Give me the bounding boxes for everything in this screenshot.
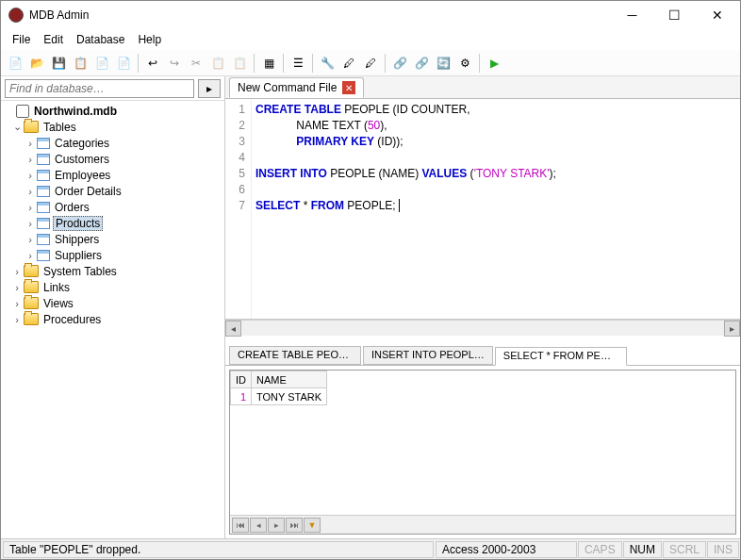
record-nav: ⏮ ◂ ▸ ⏭ ▼: [230, 515, 735, 534]
scroll-left-icon[interactable]: ◂: [225, 321, 241, 337]
tree-db: Northwind.mdb: [1, 103, 224, 119]
results: IDNAME1TONY STARK ⏮ ◂ ▸ ⏭ ▼: [229, 370, 736, 535]
table-icon: [37, 218, 50, 229]
result-tab-2[interactable]: SELECT * FROM PEO…: [495, 347, 627, 366]
menu-edit[interactable]: Edit: [38, 31, 69, 48]
chevron-down-icon[interactable]: ⌄: [10, 121, 24, 133]
link-icon[interactable]: 🔗: [389, 53, 410, 74]
nav-first-icon[interactable]: ⏮: [232, 518, 249, 533]
paste-icon[interactable]: 📋: [229, 53, 250, 74]
tab-close-icon[interactable]: ✕: [342, 81, 355, 94]
nav-filter-icon[interactable]: ▼: [304, 518, 321, 533]
table-icon: [37, 154, 50, 165]
chevron-right-icon[interactable]: ›: [10, 298, 24, 309]
folder-icon: [24, 121, 39, 133]
content: New Command File ✕ 1234567 CREATE TABLE …: [225, 76, 740, 538]
scroll-right-icon[interactable]: ▸: [724, 321, 740, 337]
status-db: Access 2000-2003: [436, 541, 577, 558]
redo-icon[interactable]: ↪: [164, 53, 185, 74]
table-icon: [37, 202, 50, 213]
tool1-icon[interactable]: 🔧: [317, 53, 338, 74]
copy2-icon[interactable]: 📋: [207, 53, 228, 74]
close-button[interactable]: ✕: [696, 2, 738, 28]
chevron-right-icon[interactable]: ›: [24, 250, 37, 261]
chevron-right-icon[interactable]: ›: [24, 218, 37, 229]
col-header[interactable]: NAME: [252, 371, 327, 388]
toolbar: 📄 📂 💾 📋 📄 📄 ↩ ↪ ✂ 📋 📋 ▦ ☰ 🔧 🖊 🖊 🔗 🔗 🔄 ⚙ …: [1, 50, 740, 76]
result-tab-1[interactable]: INSERT INTO PEOPL…: [363, 346, 493, 365]
doc-add-icon[interactable]: 📄: [91, 53, 112, 74]
sql-editor[interactable]: 1234567 CREATE TABLE PEOPLE (ID COUNTER,…: [225, 99, 740, 320]
chevron-right-icon[interactable]: ›: [10, 314, 24, 325]
tool3-icon[interactable]: 🖊: [360, 53, 381, 74]
chevron-right-icon[interactable]: ›: [24, 170, 37, 181]
refresh-icon[interactable]: 🔄: [433, 53, 453, 74]
list-icon[interactable]: ☰: [288, 53, 308, 74]
find-input[interactable]: [5, 79, 194, 98]
chevron-right-icon[interactable]: ›: [24, 154, 37, 165]
menu-help[interactable]: Help: [132, 31, 167, 48]
editor-tab[interactable]: New Command File ✕: [229, 77, 364, 98]
hscroll[interactable]: ◂ ▸: [225, 320, 740, 336]
gutter: 1234567: [225, 99, 252, 319]
table-icon: [37, 234, 50, 245]
menu-database[interactable]: Database: [71, 31, 130, 48]
tree-tables: ⌄Tables: [1, 119, 224, 135]
result-grid[interactable]: IDNAME1TONY STARK: [230, 371, 735, 515]
tool2-icon[interactable]: 🖊: [338, 53, 359, 74]
save-icon[interactable]: 💾: [48, 53, 69, 74]
sidebar: ▸ Northwind.mdb ⌄Tables ›Categories›Cust…: [1, 76, 225, 538]
separator: [312, 54, 313, 73]
link2-icon[interactable]: 🔗: [411, 53, 432, 74]
tree-system: ›System Tables: [1, 263, 224, 279]
tabbar: New Command File ✕: [225, 76, 740, 99]
status-num: NUM: [623, 541, 662, 558]
tree-table-categories[interactable]: ›Categories: [1, 135, 224, 151]
cut-icon[interactable]: ✂: [186, 53, 206, 74]
chevron-right-icon[interactable]: ›: [24, 138, 37, 149]
result-tab-0[interactable]: CREATE TABLE PEOP…: [229, 346, 361, 365]
copy-icon[interactable]: 📋: [70, 53, 91, 74]
result-tabs: CREATE TABLE PEOP…INSERT INTO PEOPL…SELE…: [225, 343, 740, 366]
menu-file[interactable]: File: [7, 31, 36, 48]
database-icon: [16, 105, 29, 118]
folder-icon: [24, 313, 39, 325]
chevron-right-icon[interactable]: ›: [10, 282, 24, 293]
tree-table-products[interactable]: ›Products: [1, 215, 224, 231]
gear-icon[interactable]: ⚙: [454, 53, 475, 74]
col-header[interactable]: ID: [231, 371, 252, 388]
table-row[interactable]: 1TONY STARK: [231, 388, 327, 405]
maximize-button[interactable]: ☐: [653, 2, 696, 28]
chevron-right-icon[interactable]: ›: [24, 234, 37, 245]
chevron-right-icon[interactable]: ›: [24, 202, 37, 213]
nav-next-icon[interactable]: ▸: [268, 518, 285, 533]
tree-table-shippers[interactable]: ›Shippers: [1, 231, 224, 247]
code[interactable]: CREATE TABLE PEOPLE (ID COUNTER, NAME TE…: [252, 99, 740, 319]
tree-procedures: ›Procedures: [1, 311, 224, 327]
nav-prev-icon[interactable]: ◂: [250, 518, 267, 533]
titlebar: MDB Admin ─ ☐ ✕: [1, 1, 740, 29]
tree-table-customers[interactable]: ›Customers: [1, 151, 224, 167]
nav-last-icon[interactable]: ⏭: [286, 518, 303, 533]
find-go-icon[interactable]: ▸: [198, 79, 221, 98]
editor-tab-label: New Command File: [238, 81, 337, 94]
tree[interactable]: Northwind.mdb ⌄Tables ›Categories›Custom…: [1, 101, 224, 538]
grid-icon[interactable]: ▦: [258, 53, 279, 74]
new-icon[interactable]: 📄: [5, 53, 25, 74]
minimize-button[interactable]: ─: [611, 2, 653, 28]
chevron-right-icon[interactable]: ›: [24, 186, 37, 197]
tree-table-orders[interactable]: ›Orders: [1, 199, 224, 215]
tree-table-employees[interactable]: ›Employees: [1, 167, 224, 183]
tree-table-suppliers[interactable]: ›Suppliers: [1, 247, 224, 263]
tree-table-order-details[interactable]: ›Order Details: [1, 183, 224, 199]
chevron-right-icon[interactable]: ›: [10, 266, 24, 277]
doc-del-icon[interactable]: 📄: [113, 53, 134, 74]
tree-links: ›Links: [1, 279, 224, 295]
app-icon: [8, 8, 24, 23]
run-icon[interactable]: ▶: [484, 53, 504, 74]
folder-icon: [24, 281, 39, 293]
open-icon[interactable]: 📂: [26, 53, 47, 74]
undo-icon[interactable]: ↩: [142, 53, 163, 74]
status-caps: CAPS: [578, 541, 622, 558]
folder-icon: [24, 297, 39, 309]
